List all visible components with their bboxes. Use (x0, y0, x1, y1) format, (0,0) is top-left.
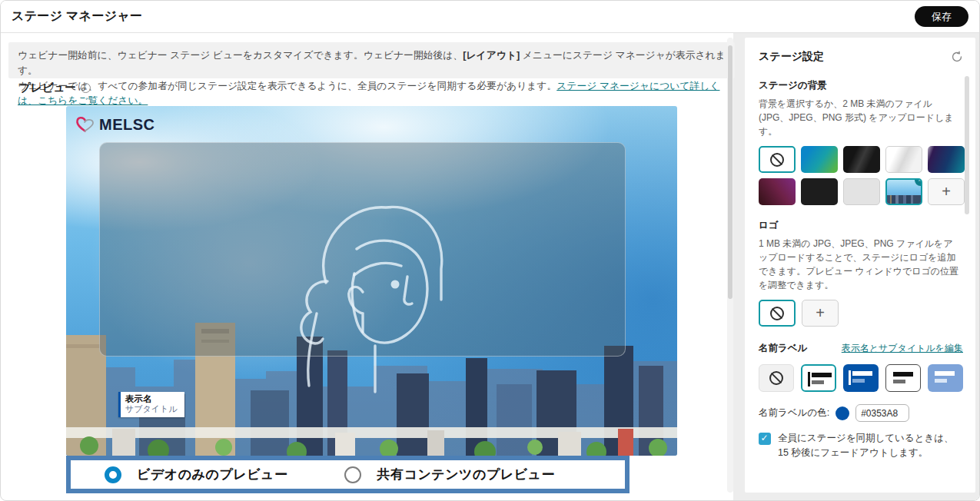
name-label-style-row (759, 364, 963, 392)
main-scrollbar[interactable] (727, 38, 733, 493)
name-label-color-swatch[interactable] (835, 406, 849, 420)
logo-options: + (759, 300, 963, 327)
preview-heading: プレビュー (19, 81, 76, 95)
banner-line2-text: ウェビナーでは、すべての参加者が同じステージ設定を表示できるように、全員のステー… (18, 80, 556, 91)
logo-section-description: 1 MB 未満の JPG、JPEG、PNG ファイルをアップロードすることで、ス… (759, 237, 960, 292)
video-only-preview-option[interactable]: ビデオのみのプレビュー (105, 466, 287, 483)
stage-settings-panel: ステージ設定 ステージの背景 背景を選択するか、2 MB 未満のファイル (JP… (745, 38, 975, 493)
background-swatch-city-photo-selected[interactable]: × (885, 178, 922, 205)
name-label-section-heading: 名前ラベル (759, 342, 807, 355)
preview-heading-row: プレビュー i (19, 81, 91, 95)
stage-logo-text: MELSC (99, 116, 155, 134)
edit-display-name-link[interactable]: 表示名とサブタイトルを編集 (842, 342, 963, 355)
logo-option-none[interactable] (759, 300, 796, 327)
sync-fadeout-checkbox[interactable] (759, 433, 771, 445)
sidebar-scrollbar-thumb[interactable] (965, 76, 969, 214)
shared-content-preview-label: 共有コンテンツのプレビュー (377, 466, 554, 483)
stage-manager-window: ステージ マネージャー 保存 ウェビナー開始前に、ウェビナー ステージ ビューを… (0, 0, 980, 501)
info-banner: ウェビナー開始前に、ウェビナー ステージ ビューをカスタマイズできます。ウェビナ… (8, 42, 735, 78)
video-only-preview-label: ビデオのみのプレビュー (137, 466, 287, 483)
background-swatch-blue-green-gradient[interactable] (801, 146, 838, 173)
radio-selected-icon[interactable] (105, 466, 121, 483)
header-bar: ステージ マネージャー 保存 (1, 1, 979, 33)
radio-unselected-icon[interactable] (344, 466, 361, 483)
preview-subtitle: サブタイトル (125, 404, 178, 414)
name-label-color-row: 名前ラベルの色: (759, 404, 963, 422)
name-label-style-light-left-bar-selected[interactable] (801, 364, 836, 392)
no-logo-icon (770, 307, 784, 320)
page-title: ステージ マネージャー (12, 8, 142, 25)
banner-line1-pre: ウェビナー開始前に、ウェビナー ステージ ビューをカスタマイズできます。ウェビナ… (18, 49, 463, 61)
logo-add-button[interactable]: + (802, 300, 839, 327)
stage-logo[interactable]: MELSC (75, 115, 155, 134)
sidebar-scrollbar[interactable] (965, 76, 969, 493)
name-label-color-input[interactable] (855, 404, 909, 422)
name-label-style-dark-blue[interactable] (843, 364, 879, 392)
background-swatch-none[interactable] (759, 146, 796, 173)
no-background-icon (770, 153, 784, 167)
preview-mode-bar: ビデオのみのプレビュー 共有コンテンツのプレビュー (66, 456, 630, 493)
preview-name-label[interactable]: 表示名 サブタイトル (118, 392, 184, 417)
banner-layout-menu-bold: [レイアウト] (463, 49, 520, 61)
sync-fadeout-row: 全員にステージを同期しているときは、15 秒後にフェードアウトします。 (759, 431, 963, 460)
face-placeholder-icon (281, 168, 458, 398)
stage-settings-title: ステージ設定 (759, 50, 824, 64)
name-label-style-translucent-blue[interactable] (928, 364, 963, 392)
background-section-description: 背景を選択するか、2 MB 未満のファイル (JPG、JPEG、PNG 形式) … (759, 97, 960, 138)
main-scrollbar-thumb[interactable] (728, 45, 733, 299)
heart-logo-icon (75, 115, 95, 134)
stage-preview[interactable]: MELSC (66, 106, 677, 456)
save-button[interactable]: 保存 (915, 6, 968, 27)
background-swatch-grid: × + (759, 146, 963, 205)
shared-content-preview-option[interactable]: 共有コンテンツのプレビュー (344, 466, 554, 483)
background-swatch-purple-teal-gradient[interactable] (928, 146, 965, 173)
background-swatch-black[interactable] (801, 178, 838, 205)
preview-display-name: 表示名 (125, 393, 178, 404)
remove-background-icon[interactable]: × (915, 178, 922, 186)
no-name-label-icon (769, 371, 783, 385)
background-section-heading: ステージの背景 (759, 79, 963, 92)
background-add-button[interactable]: + (928, 178, 965, 205)
background-swatch-maroon-gradient[interactable] (759, 178, 796, 205)
background-swatch-light-wave[interactable] (885, 146, 922, 173)
reset-icon[interactable] (951, 51, 963, 63)
name-label-style-none[interactable] (759, 364, 794, 392)
background-swatch-dark-wave[interactable] (843, 146, 880, 173)
logo-section-heading: ロゴ (759, 219, 963, 232)
sync-fadeout-label: 全員にステージを同期しているときは、15 秒後にフェードアウトします。 (778, 431, 963, 460)
background-swatch-light-gray[interactable] (843, 178, 880, 205)
name-label-style-light-no-bar[interactable] (885, 364, 921, 392)
info-icon[interactable]: i (81, 83, 91, 93)
name-label-color-label: 名前ラベルの色: (759, 406, 829, 420)
